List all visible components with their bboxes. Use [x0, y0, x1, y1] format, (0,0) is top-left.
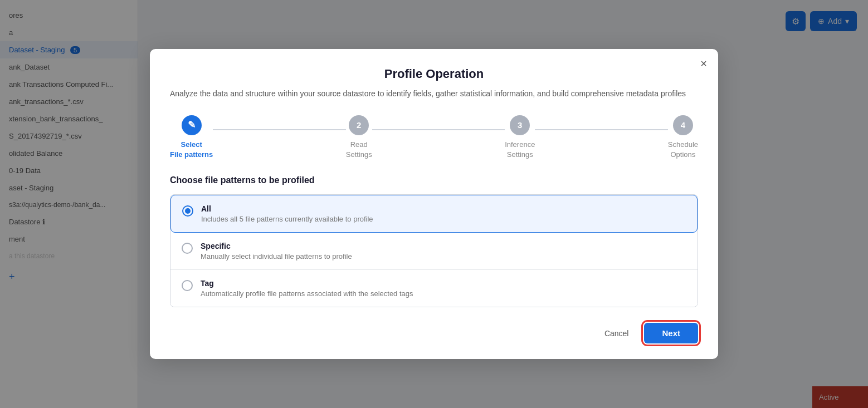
profile-operation-modal: × Profile Operation Analyze the data and…	[150, 49, 718, 359]
step-2-circle: 2	[349, 115, 369, 135]
step-1-label: SelectFile patterns	[170, 140, 213, 160]
step-2-label: ReadSettings	[346, 140, 372, 160]
option-all-desc: Includes all 5 file patterns currently a…	[201, 215, 373, 223]
stepper: ✎ SelectFile patterns 2 ReadSettings 3 I	[170, 115, 698, 160]
option-specific[interactable]: Specific Manually select individual file…	[170, 233, 698, 270]
step-4-label: ScheduleOptions	[668, 140, 698, 160]
modal-footer: Cancel Next	[170, 323, 698, 343]
radio-all	[182, 205, 193, 217]
modal-title: Profile Operation	[170, 67, 698, 81]
step-2: 2 ReadSettings	[346, 115, 372, 160]
option-tag-text: Tag Automatically profile file patterns …	[201, 279, 413, 298]
option-all[interactable]: All Includes all 5 file patterns current…	[170, 195, 698, 233]
step-4: 4 ScheduleOptions	[668, 115, 698, 160]
step-4-circle: 4	[673, 115, 693, 135]
option-tag-title: Tag	[201, 279, 413, 288]
option-specific-desc: Manually select individual file patterns…	[201, 252, 352, 260]
pencil-icon: ✎	[188, 119, 196, 131]
option-tag[interactable]: Tag Automatically profile file patterns …	[170, 270, 698, 307]
step-3-label: InferenceSettings	[505, 140, 535, 160]
connector-1-2	[213, 129, 345, 130]
step-1-circle: ✎	[182, 115, 202, 135]
radio-specific	[182, 243, 193, 254]
radio-tag	[182, 280, 193, 291]
option-specific-text: Specific Manually select individual file…	[201, 242, 352, 260]
section-title: Choose file patterns to be profiled	[170, 175, 698, 185]
modal-description: Analyze the data and structure within yo…	[170, 88, 698, 100]
step-3-circle: 3	[510, 115, 530, 135]
step-3: 3 InferenceSettings	[505, 115, 535, 160]
radio-all-inner	[185, 208, 191, 214]
modal-overlay: × Profile Operation Analyze the data and…	[0, 0, 868, 408]
next-button[interactable]: Next	[644, 323, 698, 343]
option-tag-desc: Automatically profile file patterns asso…	[201, 289, 413, 298]
step-1: ✎ SelectFile patterns	[170, 115, 213, 160]
modal-close-button[interactable]: ×	[700, 58, 707, 69]
cancel-button[interactable]: Cancel	[596, 323, 638, 343]
option-specific-title: Specific	[201, 242, 352, 250]
file-pattern-options: All Includes all 5 file patterns current…	[170, 194, 698, 307]
connector-3-4	[535, 129, 667, 130]
option-all-text: All Includes all 5 file patterns current…	[201, 204, 373, 223]
connector-2-3	[372, 129, 505, 130]
option-all-title: All	[201, 204, 373, 213]
